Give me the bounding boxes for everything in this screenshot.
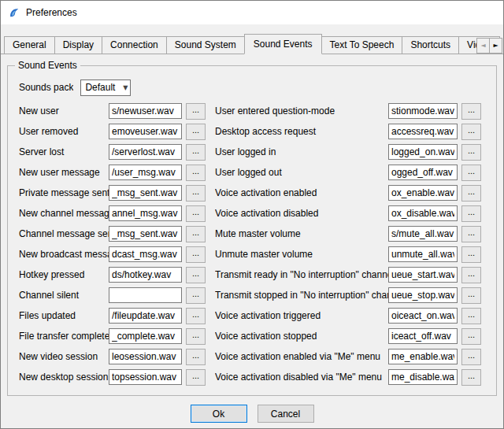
- app-icon: [8, 6, 20, 19]
- browse-button[interactable]: ...: [461, 308, 481, 324]
- sound-file-input[interactable]: [109, 185, 182, 201]
- chevron-down-icon: ▼: [123, 84, 128, 91]
- sound-file-input[interactable]: [109, 308, 182, 324]
- sound-file-input[interactable]: [109, 246, 182, 262]
- event-label: File transfer complete: [19, 331, 109, 342]
- sound-event-row: New desktop session...Voice activation d…: [19, 367, 490, 387]
- tab-scroll-right-button[interactable]: ►: [489, 38, 502, 54]
- browse-button[interactable]: ...: [461, 124, 481, 140]
- sound-file-input[interactable]: [388, 144, 458, 160]
- event-label: Files updated: [19, 310, 109, 321]
- sound-event-row: Files updated...Voice activation trigger…: [19, 305, 490, 326]
- tab-sound-system[interactable]: Sound System: [166, 36, 245, 54]
- sound-file-input[interactable]: [109, 349, 182, 364]
- browse-button[interactable]: ...: [186, 185, 206, 202]
- browse-button[interactable]: ...: [461, 328, 481, 345]
- sound-events-group: Sound Events Sounds pack Default ▼ New u…: [7, 65, 497, 396]
- browse-button[interactable]: ...: [461, 246, 481, 263]
- sound-file-input[interactable]: [388, 124, 458, 139]
- sound-file-input[interactable]: [388, 246, 458, 262]
- sound-file-input[interactable]: [388, 267, 458, 283]
- browse-button[interactable]: ...: [186, 328, 206, 345]
- browse-button[interactable]: ...: [461, 267, 481, 283]
- sound-event-row: New channel message...Voice activation d…: [19, 203, 490, 224]
- tab-scroll-left-button[interactable]: ◄: [476, 38, 490, 54]
- sound-file-input[interactable]: [388, 226, 458, 242]
- event-label: Hotkey pressed: [19, 269, 109, 280]
- sound-file-input[interactable]: [388, 308, 458, 324]
- sound-event-row: Server lost...User logged in...: [19, 142, 490, 162]
- event-label: Server lost: [19, 146, 109, 157]
- sounds-pack-select[interactable]: Default ▼: [80, 80, 131, 96]
- event-label: New user: [19, 105, 109, 116]
- browse-button[interactable]: ...: [461, 165, 481, 181]
- browse-button[interactable]: ...: [461, 369, 481, 386]
- event-label: Channel message sent: [19, 228, 109, 239]
- tab-scroll-buttons: ◄ ►: [477, 38, 502, 54]
- event-label: Channel silent: [19, 290, 109, 301]
- sound-file-input[interactable]: [388, 165, 458, 180]
- browse-button[interactable]: ...: [186, 246, 206, 263]
- browse-button[interactable]: ...: [461, 287, 481, 304]
- cancel-button[interactable]: Cancel: [258, 405, 314, 423]
- sound-file-input[interactable]: [388, 185, 458, 201]
- tab-display[interactable]: Display: [54, 36, 102, 54]
- sound-event-row: New user...User entered question-mode...: [19, 101, 490, 121]
- ok-button[interactable]: Ok: [191, 405, 247, 423]
- event-label: Voice activation enabled: [215, 187, 388, 198]
- sound-file-input[interactable]: [109, 226, 182, 242]
- browse-button[interactable]: ...: [186, 165, 206, 181]
- browse-button[interactable]: ...: [186, 287, 206, 304]
- sound-file-input[interactable]: [109, 165, 182, 180]
- browse-button[interactable]: ...: [186, 308, 206, 324]
- window-title: Preferences: [26, 7, 77, 18]
- event-label: User logged out: [215, 167, 388, 178]
- event-label: Voice activation enabled via "Me" menu: [215, 351, 388, 362]
- sound-file-input[interactable]: [388, 103, 458, 119]
- tab-connection[interactable]: Connection: [102, 36, 167, 54]
- sound-file-input[interactable]: [109, 124, 182, 139]
- browse-button[interactable]: ...: [186, 267, 206, 283]
- browse-button[interactable]: ...: [186, 124, 206, 140]
- sound-file-input[interactable]: [109, 103, 182, 119]
- sound-file-input[interactable]: [109, 328, 182, 344]
- sound-file-input[interactable]: [388, 287, 458, 303]
- event-label: New broadcast message: [19, 249, 109, 260]
- sound-file-input[interactable]: [388, 328, 458, 344]
- sound-event-row: Channel message sent...Mute master volum…: [19, 224, 490, 244]
- browse-button[interactable]: ...: [186, 103, 206, 120]
- sound-event-row: New video session...Voice activation ena…: [19, 346, 490, 367]
- sound-file-input[interactable]: [109, 144, 182, 160]
- sound-file-input[interactable]: [388, 205, 458, 221]
- event-label: Private message sent: [19, 187, 109, 198]
- browse-button[interactable]: ...: [186, 144, 206, 161]
- sound-file-input[interactable]: [109, 205, 182, 221]
- tab-text-to-speech[interactable]: Text To Speech: [321, 36, 403, 54]
- event-label: Transmit ready in "No interruption" chan…: [215, 269, 388, 280]
- sound-file-input[interactable]: [109, 369, 182, 385]
- browse-button[interactable]: ...: [461, 185, 481, 202]
- browse-button[interactable]: ...: [186, 226, 206, 242]
- browse-button[interactable]: ...: [186, 349, 206, 365]
- sound-file-input[interactable]: [109, 287, 182, 303]
- sound-event-row: New broadcast message...Unmute master vo…: [19, 244, 490, 264]
- event-label: Transmit stopped in "No interruption" ch…: [215, 290, 388, 301]
- browse-button[interactable]: ...: [461, 349, 481, 365]
- browse-button[interactable]: ...: [186, 205, 206, 222]
- browse-button[interactable]: ...: [186, 369, 206, 386]
- sound-events-rows: New user...User entered question-mode...…: [19, 101, 490, 387]
- event-label: New desktop session: [19, 372, 109, 383]
- event-label: New channel message: [19, 208, 109, 219]
- browse-button[interactable]: ...: [461, 226, 481, 242]
- sound-file-input[interactable]: [388, 349, 458, 364]
- tab-sound-events[interactable]: Sound Events: [244, 34, 322, 54]
- event-label: Voice activation triggered: [215, 310, 388, 321]
- browse-button[interactable]: ...: [461, 205, 481, 222]
- sound-file-input[interactable]: [388, 369, 458, 385]
- browse-button[interactable]: ...: [461, 103, 481, 120]
- browse-button[interactable]: ...: [461, 144, 481, 161]
- sound-file-input[interactable]: [109, 267, 182, 283]
- sound-event-row: Private message sent...Voice activation …: [19, 183, 490, 203]
- tab-shortcuts[interactable]: Shortcuts: [402, 36, 459, 54]
- tab-general[interactable]: General: [4, 36, 55, 54]
